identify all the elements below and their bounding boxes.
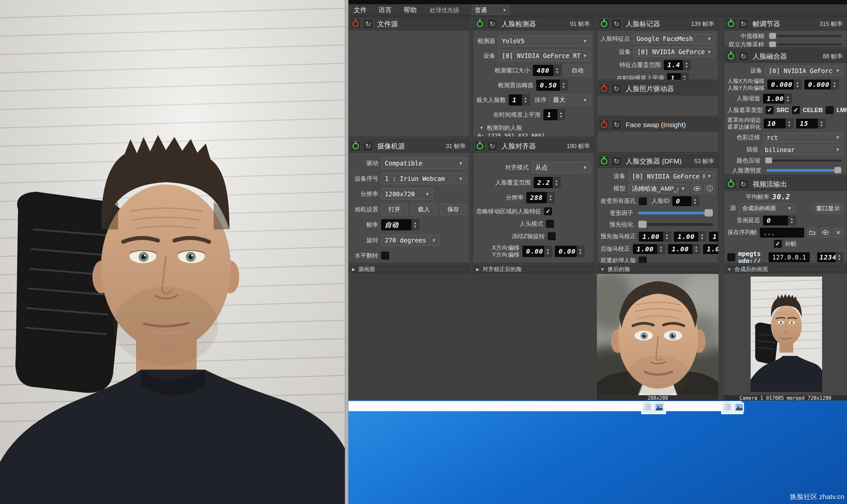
file-list-icon[interactable] bbox=[723, 402, 733, 413]
spin-down-icon[interactable]: ▼ bbox=[549, 198, 552, 201]
refresh-button[interactable]: ↻ bbox=[487, 19, 498, 29]
mask-blur-spinner[interactable]: 15▲▼ bbox=[796, 119, 826, 128]
save-sequence-path-field[interactable]: ... bbox=[760, 228, 804, 238]
driver-dropdown[interactable]: Compatible▼ bbox=[381, 158, 466, 169]
spin-down-icon[interactable]: ▼ bbox=[546, 252, 550, 255]
power-button[interactable] bbox=[726, 179, 736, 190]
refresh-button[interactable]: ↻ bbox=[363, 141, 373, 151]
freeze-z-checkbox[interactable] bbox=[548, 232, 556, 240]
spin-down-icon[interactable]: ▼ bbox=[790, 221, 794, 224]
image-thumbnail-icon[interactable] bbox=[734, 402, 744, 412]
spin-up-icon[interactable]: ▲ bbox=[414, 221, 417, 224]
power-button[interactable] bbox=[726, 51, 736, 61]
device-dropdown[interactable]: [0] NVIDIA GeForce RTX▼ bbox=[765, 66, 843, 76]
median-blur-slider[interactable] bbox=[769, 35, 842, 37]
spin-down-icon[interactable]: ▼ bbox=[524, 100, 527, 103]
priority-dropdown[interactable]: 普通 ▼ bbox=[472, 5, 510, 15]
face-offset-y-spinner[interactable]: 0.000▲▼ bbox=[805, 79, 839, 89]
window-size-spinner[interactable]: 480▲▼ bbox=[533, 65, 561, 76]
spin-up-icon[interactable]: ▲ bbox=[556, 67, 559, 70]
menu-help[interactable]: 帮助 bbox=[403, 5, 417, 14]
offset-y-spinner[interactable]: 0.00▲▼ bbox=[555, 246, 584, 257]
spin-up-icon[interactable]: ▲ bbox=[838, 254, 841, 257]
temporal-smooth-spinner[interactable]: 1▲▼ bbox=[667, 73, 689, 80]
refresh-button[interactable]: ↻ bbox=[738, 19, 749, 29]
mask-erode-spinner[interactable]: 10▲▼ bbox=[764, 119, 793, 128]
pregamma-b-spinner[interactable]: 1.00▲▼ bbox=[709, 232, 719, 241]
spin-up-icon[interactable]: ▲ bbox=[560, 111, 563, 114]
mask-src-checkbox[interactable]: ✓ bbox=[766, 106, 774, 114]
resolution-dropdown[interactable]: 1280x720▼ bbox=[381, 188, 433, 200]
spin-down-icon[interactable]: ▼ bbox=[556, 71, 559, 74]
spin-up-icon[interactable]: ▲ bbox=[555, 179, 558, 182]
detector-dropdown[interactable]: YoloV5▼ bbox=[498, 35, 591, 47]
refresh-button[interactable]: ↻ bbox=[738, 51, 749, 61]
spin-up-icon[interactable]: ▲ bbox=[549, 194, 552, 197]
spin-up-icon[interactable]: ▲ bbox=[562, 82, 565, 85]
udp-port-spinner[interactable]: 1234▲▼ bbox=[817, 252, 843, 262]
downsample-slider[interactable] bbox=[769, 43, 842, 46]
udp-stream-checkbox[interactable] bbox=[727, 253, 735, 261]
spin-up-icon[interactable]: ▲ bbox=[665, 233, 669, 236]
device-dropdown[interactable]: [0] NVIDIA GeForce RTX▼ bbox=[628, 172, 715, 181]
show-window-button[interactable]: 窗口显示 bbox=[813, 203, 843, 213]
postgamma-g-spinner[interactable]: 1.00▲▼ bbox=[668, 244, 700, 254]
slider-handle[interactable] bbox=[834, 167, 842, 173]
menu-language[interactable]: 语言 bbox=[379, 5, 392, 14]
spin-up-icon[interactable]: ▲ bbox=[693, 198, 697, 201]
load-button[interactable]: 载入 bbox=[411, 204, 437, 215]
power-button[interactable] bbox=[475, 141, 485, 151]
power-button[interactable] bbox=[599, 84, 609, 94]
section-swapped-face[interactable]: ▼ 换后的脸 bbox=[597, 266, 719, 273]
spin-down-icon[interactable]: ▼ bbox=[701, 237, 704, 240]
spin-up-icon[interactable]: ▲ bbox=[790, 217, 794, 220]
section-aligned-face[interactable]: ▶ 对齐校正后的脸 bbox=[473, 266, 594, 273]
udp-ip-field[interactable]: 127.0.0.1 bbox=[769, 252, 810, 262]
refresh-button[interactable]: ↻ bbox=[611, 120, 622, 130]
refresh-button[interactable]: ↻ bbox=[611, 19, 622, 29]
face-scale-spinner[interactable]: 1.00▲▼ bbox=[763, 94, 792, 104]
slider-handle[interactable] bbox=[638, 220, 647, 228]
swap-all-faces-checkbox[interactable] bbox=[639, 197, 647, 205]
pregamma-r-spinner[interactable]: 1.00▲▼ bbox=[639, 232, 671, 241]
power-button[interactable] bbox=[599, 120, 609, 130]
frame-interp-checkbox[interactable]: ✓ bbox=[774, 240, 782, 248]
threshold-spinner[interactable]: 0.50▲▼ bbox=[536, 79, 568, 91]
marker-coverage-spinner[interactable]: 1.4▲▼ bbox=[664, 60, 691, 70]
fps-spinner[interactable]: 自动▲▼ bbox=[381, 219, 419, 230]
morph-factor-slider[interactable] bbox=[638, 212, 713, 214]
device-dropdown[interactable]: 1 : Iriun Webcam▼ bbox=[381, 173, 466, 184]
source-dropdown[interactable]: 合成后的画面▼ bbox=[739, 203, 795, 213]
power-button[interactable] bbox=[599, 19, 609, 29]
spin-down-icon[interactable]: ▼ bbox=[833, 85, 836, 88]
device-dropdown[interactable]: [0] NVIDIA GeForce RTX 4090▼ bbox=[498, 50, 591, 61]
spin-down-icon[interactable]: ▼ bbox=[579, 252, 582, 255]
face-offset-x-spinner[interactable]: 0.000▲▼ bbox=[767, 79, 801, 89]
spin-down-icon[interactable]: ▼ bbox=[685, 65, 688, 68]
spin-down-icon[interactable]: ▼ bbox=[838, 257, 841, 260]
slider-handle[interactable] bbox=[769, 33, 776, 39]
av-delay-spinner[interactable]: 0▲▼ bbox=[763, 216, 796, 226]
slider-handle[interactable] bbox=[765, 157, 772, 163]
face-id-spinner[interactable]: 0▲▼ bbox=[672, 196, 699, 206]
spin-up-icon[interactable]: ▲ bbox=[685, 61, 688, 65]
spin-down-icon[interactable]: ▼ bbox=[796, 85, 799, 88]
spin-up-icon[interactable]: ▲ bbox=[796, 81, 799, 84]
interpolation-dropdown[interactable]: bilinear▼ bbox=[761, 145, 843, 155]
align-mode-dropdown[interactable]: 从点▼ bbox=[532, 162, 591, 173]
spin-up-icon[interactable]: ▲ bbox=[820, 120, 824, 123]
refresh-button[interactable]: ↻ bbox=[487, 141, 498, 151]
mask-celeb-checkbox[interactable]: ✓ bbox=[792, 106, 800, 114]
color-compression-slider[interactable] bbox=[765, 160, 842, 162]
offset-x-spinner[interactable]: 0.00▲▼ bbox=[522, 246, 552, 257]
preview-eye-button[interactable] bbox=[692, 184, 702, 194]
image-thumbnail-icon[interactable] bbox=[654, 402, 664, 412]
spin-down-icon[interactable]: ▼ bbox=[695, 249, 698, 252]
spin-up-icon[interactable]: ▲ bbox=[579, 248, 582, 251]
spin-down-icon[interactable]: ▼ bbox=[820, 124, 824, 127]
spin-up-icon[interactable]: ▲ bbox=[660, 246, 663, 249]
folder-button[interactable] bbox=[807, 228, 817, 238]
auto-button[interactable]: 自动 bbox=[564, 65, 591, 76]
spin-down-icon[interactable]: ▼ bbox=[660, 249, 663, 252]
spin-up-icon[interactable]: ▲ bbox=[701, 233, 704, 236]
